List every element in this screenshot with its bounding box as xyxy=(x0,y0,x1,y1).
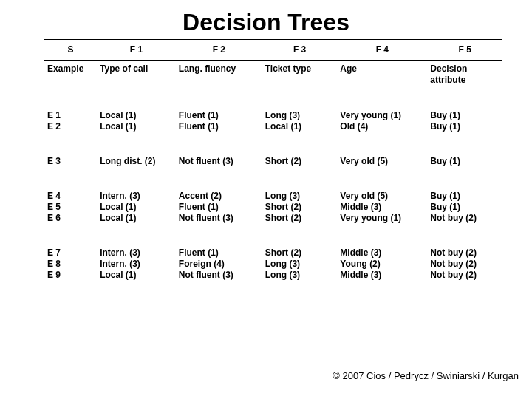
g1-s: E 1E 2 xyxy=(44,107,97,135)
g2-s: E 3 xyxy=(44,153,97,170)
hdr-F5: F 5 xyxy=(427,40,502,61)
g3-f4: Very old (5)Middle (3)Very young (1) xyxy=(337,188,427,227)
slide-title: Decision Trees xyxy=(0,0,532,39)
hdr-F1: F 1 xyxy=(97,40,176,61)
g4-f5: Not buy (2)Not buy (2)Not buy (2) xyxy=(427,245,502,284)
g4-f4: Middle (3)Young (2)Middle (3) xyxy=(337,245,427,284)
header-row-names: Example Type of call Lang. fluency Ticke… xyxy=(44,61,502,89)
hdr-S: S xyxy=(44,40,97,61)
header-row-codes: S F 1 F 2 F 3 F 4 F 5 xyxy=(44,40,502,61)
g3-s: E 4E 5E 6 xyxy=(44,188,97,227)
hdr-F2: F 2 xyxy=(176,40,262,61)
hdr2-age: Age xyxy=(337,61,427,89)
g1-f4: Very young (1)Old (4) xyxy=(337,107,427,135)
g2-f3: Short (2) xyxy=(262,153,338,170)
hdr2-ticket: Ticket type xyxy=(262,61,338,89)
g2-f1: Long dist. (2) xyxy=(97,153,176,170)
g1-f2: Fluent (1)Fluent (1) xyxy=(176,107,262,135)
group-row-3: E 4E 5E 6 Intern. (3)Local (1)Local (1) … xyxy=(44,188,502,227)
g3-f5: Buy (1)Buy (1)Not buy (2) xyxy=(427,188,502,227)
g3-f2: Accent (2)Fluent (1)Not fluent (3) xyxy=(176,188,262,227)
g3-f1: Intern. (3)Local (1)Local (1) xyxy=(97,188,176,227)
hdr2-fluency: Lang. fluency xyxy=(176,61,262,89)
hdr-F4: F 4 xyxy=(337,40,427,61)
g1-f5: Buy (1)Buy (1) xyxy=(427,107,502,135)
hdr2-example: Example xyxy=(44,61,97,89)
g2-f5: Buy (1) xyxy=(427,153,502,170)
g4-f2: Fluent (1)Foreign (4)Not fluent (3) xyxy=(176,245,262,284)
g1-f3: Long (3)Local (1) xyxy=(262,107,338,135)
group-row-4: E 7E 8E 9 Intern. (3)Intern. (3)Local (1… xyxy=(44,245,502,284)
group-row-2: E 3 Long dist. (2) Not fluent (3) Short … xyxy=(44,153,502,170)
group-row-1: E 1E 2 Local (1)Local (1) Fluent (1)Flue… xyxy=(44,107,502,135)
hdr-F3: F 3 xyxy=(262,40,338,61)
hdr2-type: Type of call xyxy=(97,61,176,89)
g2-f4: Very old (5) xyxy=(337,153,427,170)
g3-f3: Long (3)Short (2)Short (2) xyxy=(262,188,338,227)
g1-f1: Local (1)Local (1) xyxy=(97,107,176,135)
g4-f3: Short (2)Long (3)Long (3) xyxy=(262,245,338,284)
hdr2-decision: Decision attribute xyxy=(427,61,502,89)
g2-f2: Not fluent (3) xyxy=(176,153,262,170)
copyright-text: © 2007 Cios / Pedrycz / Swiniarski / Kur… xyxy=(332,370,519,381)
decision-table: S F 1 F 2 F 3 F 4 F 5 Example Type of ca… xyxy=(44,39,502,284)
g4-f1: Intern. (3)Intern. (3)Local (1) xyxy=(97,245,176,284)
g4-s: E 7E 8E 9 xyxy=(44,245,97,284)
